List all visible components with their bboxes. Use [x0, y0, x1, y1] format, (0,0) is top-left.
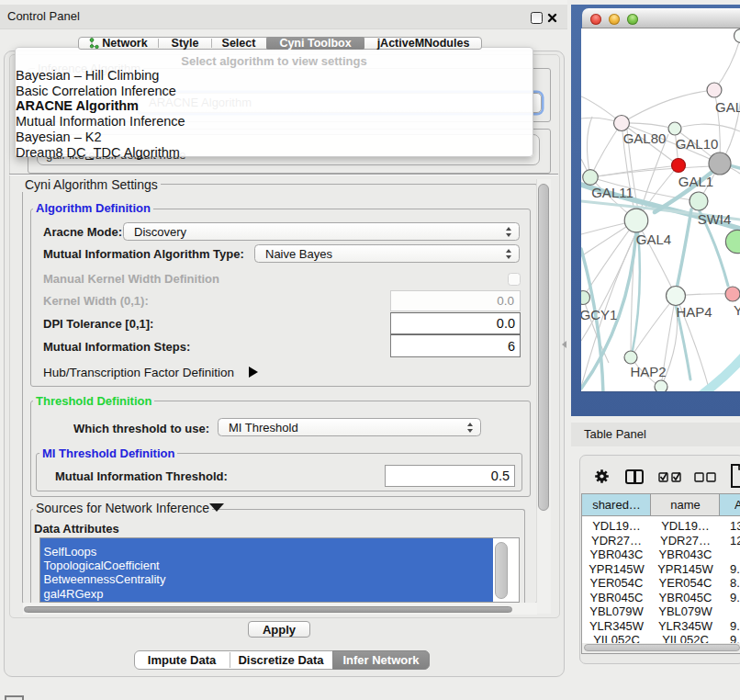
- svg-text:SWI4: SWI4: [698, 211, 732, 227]
- svg-text:GCY1: GCY1: [581, 307, 617, 322]
- svg-text:GAL80: GAL80: [623, 130, 667, 146]
- svg-text:GAL1: GAL1: [678, 174, 713, 189]
- svg-text:HAP2: HAP2: [630, 364, 666, 379]
- svg-text:GAL: GAL: [715, 99, 740, 115]
- svg-text:HAP4: HAP4: [676, 304, 712, 320]
- svg-text:GAL11: GAL11: [591, 185, 633, 200]
- svg-text:GAL10: GAL10: [676, 136, 719, 152]
- svg-text:GAL4: GAL4: [636, 231, 671, 247]
- svg-text:Y: Y: [734, 302, 740, 318]
